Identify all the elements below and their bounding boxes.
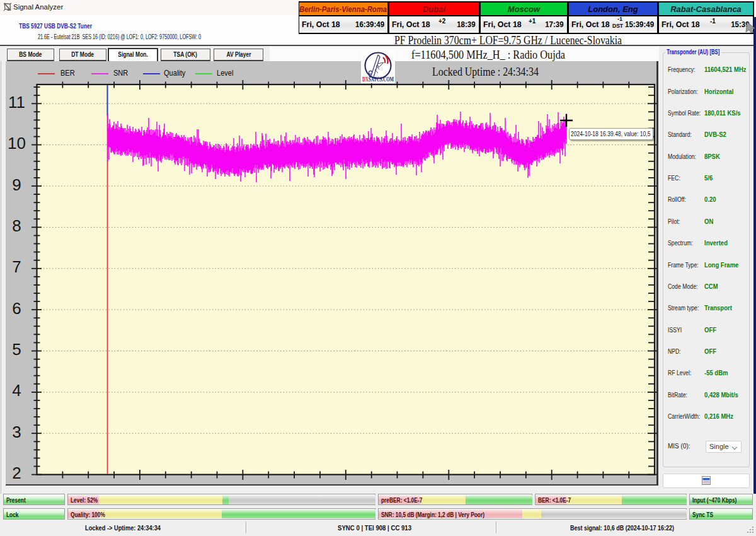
svg-text:3: 3 — [12, 422, 21, 441]
svg-text:2: 2 — [12, 463, 21, 482]
svg-text:4: 4 — [12, 381, 21, 400]
svg-text:11: 11 — [8, 93, 25, 112]
svg-text:10: 10 — [8, 134, 26, 153]
svg-text:8: 8 — [12, 216, 21, 235]
svg-text:7: 7 — [12, 257, 21, 276]
svg-text:6: 6 — [12, 299, 21, 318]
svg-text:5: 5 — [12, 340, 21, 359]
svg-text:9: 9 — [12, 175, 21, 194]
svg-text:DXSATCS.COM: DXSATCS.COM — [362, 76, 394, 83]
